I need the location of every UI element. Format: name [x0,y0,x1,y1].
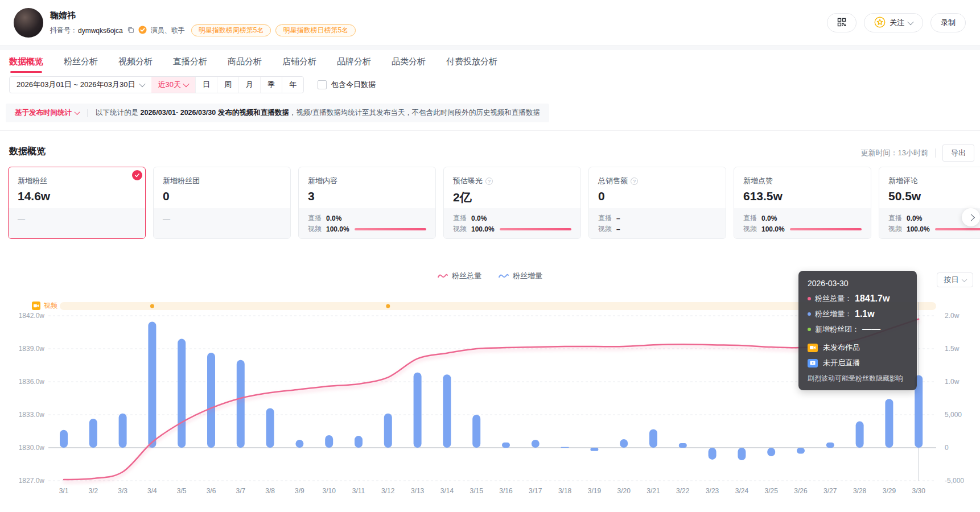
stat-card-value: 0 [598,189,717,203]
fans-increment-bar[interactable] [885,399,893,448]
breakdown-value: 100.0% [471,225,495,233]
period-option-年[interactable]: 年 [282,77,303,93]
export-button[interactable]: 导出 [942,144,974,162]
tooltip-series-dot [808,297,811,300]
fans-increment-bar[interactable] [237,360,245,448]
fans-increment-bar[interactable] [178,339,186,448]
period-option-日[interactable]: 日 [195,77,217,93]
x-tick-label: 3/17 [529,487,542,495]
fans-increment-bar[interactable] [443,374,451,448]
stat-card-新增点赞[interactable]: 新增点赞613.5w直播0.0%视频100.0% [734,167,871,239]
legend-item-粉丝总量[interactable]: 粉丝总量 [438,271,481,281]
video-marker-dot[interactable] [150,304,154,308]
stat-card-新增评论[interactable]: 新增评论50.5w直播0.0%视频100.0% [879,167,980,239]
fans-increment-bar[interactable] [119,414,127,448]
fans-increment-bar[interactable] [384,414,392,448]
fans-increment-bar[interactable] [532,440,540,448]
stat-card-breakdown: 直播0.0%视频100.0% [299,208,435,239]
overview-title: 数据概览 [9,146,971,158]
tooltip-series-dot [808,328,811,331]
fans-increment-bar[interactable] [561,447,569,448]
chevron-right-icon [967,214,975,221]
tab-直播分析[interactable]: 直播分析 [173,50,207,73]
fans-total-line[interactable] [64,319,919,480]
stat-card-top: 新增粉丝团0 [154,167,290,208]
right-axis-tick: 1.5w [945,345,960,353]
tab-店铺分析[interactable]: 店铺分析 [282,50,316,73]
left-axis-tick: 1842.0w [19,312,45,320]
stat-card-新增粉丝团[interactable]: 新增粉丝团0— [153,167,291,239]
include-today-checkbox[interactable] [318,80,327,89]
x-tick-label: 3/30 [912,487,926,495]
avatar[interactable] [14,8,43,38]
fans-increment-bar[interactable] [148,321,156,448]
tab-付费投放分析[interactable]: 付费投放分析 [446,50,497,73]
period-option-周[interactable]: 周 [217,77,238,93]
breakdown-row-live: 直播0.0% [743,213,862,224]
douyin-id-label: 抖音号： [50,26,77,35]
fans-increment-bar[interactable] [797,448,805,453]
stat-basis-selector[interactable]: 基于发布时间统计 [15,108,79,118]
breakdown-label: 直播 [743,213,757,223]
fans-increment-bar[interactable] [266,408,274,448]
tab-粉丝分析[interactable]: 粉丝分析 [64,50,98,73]
fans-increment-bar[interactable] [679,443,687,448]
fans-increment-bar[interactable] [414,373,422,448]
stat-card-预估曝光[interactable]: 预估曝光2亿直播0.0%视频100.0% [443,167,581,239]
cards-next-button[interactable] [962,208,980,226]
fans-increment-bar[interactable] [709,448,717,460]
stat-card-总销售额[interactable]: 总销售额0直播–视频– [588,167,726,239]
copy-icon[interactable] [127,26,134,35]
tooltip-metric-value: 1841.7w [855,294,890,304]
period-option-月[interactable]: 月 [238,77,260,93]
fans-increment-bar[interactable] [89,419,97,448]
fans-increment-bar[interactable] [207,353,215,448]
breakdown-value: 100.0% [761,225,785,233]
fans-increment-bar[interactable] [767,448,775,456]
stat-card-value: 14.6w [18,189,136,203]
fans-increment-bar[interactable] [856,422,864,448]
help-icon[interactable] [631,177,638,185]
fans-increment-bar[interactable] [60,430,68,448]
fans-increment-bar[interactable] [649,430,657,448]
legend-item-粉丝增量[interactable]: 粉丝增量 [499,271,542,281]
stat-card-label: 总销售额 [598,176,717,186]
x-tick-label: 3/10 [323,487,336,495]
x-tick-label: 3/4 [147,487,157,495]
stat-basis-description: 以下统计的是 2026/03/01- 2026/03/30 发布的视频和直播数据… [96,108,540,118]
video-track-label: 视频 [44,301,57,311]
fans-increment-bar[interactable] [738,448,746,460]
tab-品牌分析[interactable]: 品牌分析 [337,50,371,73]
x-tick-label: 3/23 [706,487,719,495]
granularity-select[interactable]: 按日 [937,272,973,287]
fans-increment-bar[interactable] [295,440,303,448]
video-marker-dot[interactable] [386,304,390,308]
stat-card-新增粉丝[interactable]: 新增粉丝14.6w— [8,167,146,239]
chevron-down-icon [183,81,189,87]
fans-increment-bar[interactable] [472,415,480,448]
tab-数据概览[interactable]: 数据概览 [9,50,43,73]
x-tick-label: 3/20 [617,487,631,495]
quick-range-dropdown[interactable]: 近30天 [151,77,195,93]
fans-increment-bar[interactable] [502,443,510,448]
record-button[interactable]: 录制 [930,13,966,32]
follow-button[interactable]: 关注 [864,13,923,32]
fans-increment-bar[interactable] [355,436,363,448]
tab-商品分析[interactable]: 商品分析 [228,50,262,73]
fans-increment-bar[interactable] [620,439,628,448]
period-option-季[interactable]: 季 [260,77,282,93]
breakdown-row-video: 视频100.0% [308,224,426,234]
x-tick-label: 3/3 [118,487,127,495]
fans-increment-bar[interactable] [590,448,598,451]
date-range-picker[interactable]: 2026年03月01日 ~ 2026年03月30日 [10,77,151,93]
fans-increment-bar[interactable] [325,435,333,448]
help-icon[interactable] [485,177,493,185]
tab-品类分析[interactable]: 品类分析 [392,50,426,73]
chevron-down-icon [75,109,80,115]
qr-code-button[interactable] [827,13,857,32]
fans-increment-bar[interactable] [826,443,834,448]
stat-card-breakdown: — [9,208,145,239]
tab-视频分析[interactable]: 视频分析 [118,50,153,73]
stat-card-新增内容[interactable]: 新增内容3直播0.0%视频100.0% [298,167,436,239]
breakdown-value: 0.0% [907,214,930,222]
